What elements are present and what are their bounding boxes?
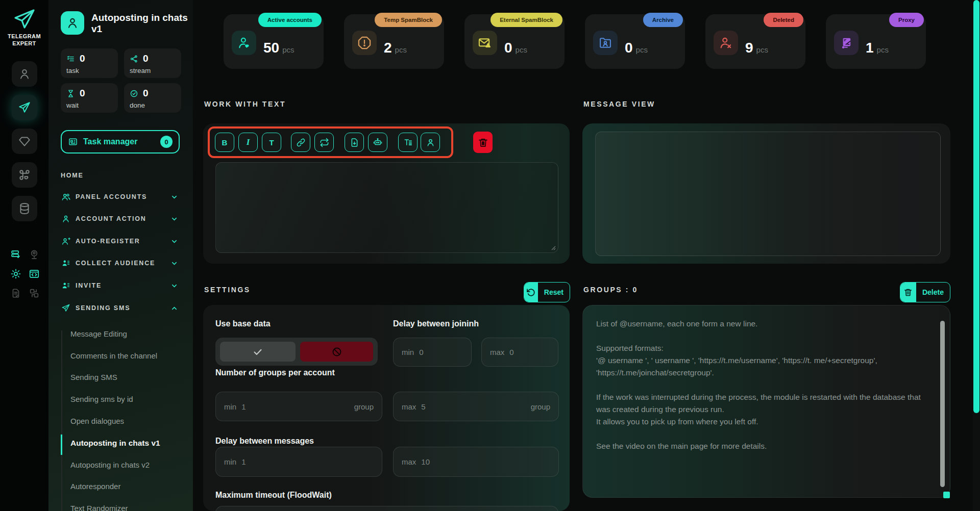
bold-label: B	[222, 138, 228, 147]
document-check-icon[interactable]	[10, 288, 21, 299]
person-tag-button[interactable]	[421, 133, 440, 152]
task-manager-button[interactable]: Task manager 0	[61, 130, 180, 154]
rail-commands-button[interactable]	[12, 162, 37, 188]
file-download-button[interactable]	[345, 133, 364, 152]
repeat-icon	[320, 138, 329, 147]
groups-placeholder: List of @username, each one form a new l…	[596, 318, 923, 452]
italic-label: I	[247, 137, 250, 147]
submenu-autoposting-v1[interactable]: Autoposting in chats v1	[70, 439, 183, 450]
toggle-yes-button[interactable]	[220, 342, 296, 362]
person-icon	[61, 214, 71, 223]
card-value: 0pcs	[625, 48, 648, 50]
bold-button[interactable]: B	[215, 133, 234, 152]
join-max-input[interactable]: max0	[481, 338, 558, 367]
submenu-open-dialogues[interactable]: Open dialogues	[70, 417, 183, 428]
page-scrollbar-track[interactable]	[973, 0, 980, 511]
person-list-icon	[61, 259, 71, 268]
sidebar-item-sending-sms[interactable]: SENDING SMS	[61, 301, 182, 315]
rail-profile-button[interactable]	[12, 61, 37, 87]
task-manager-badge: 0	[160, 136, 173, 148]
sidebar-item-home[interactable]: HOME	[61, 168, 182, 183]
person-heart-icon	[232, 31, 256, 55]
app-screen: TELEGRAMEXPERT	[0, 0, 980, 511]
text-label: T	[269, 138, 274, 147]
card-value: 9pcs	[745, 48, 768, 50]
use-base-data-toggle	[215, 338, 378, 366]
card-deleted[interactable]: Deleted 9pcs	[705, 14, 805, 69]
page-title: Autoposting in chats v1	[91, 12, 188, 35]
delay-joining-label: Delay between joininh	[393, 319, 479, 328]
status-pill[interactable]: Eternal SpamBlock	[491, 13, 562, 27]
sidebar-item-panel-accounts[interactable]: PANEL ACCOUNTS	[61, 190, 182, 204]
gear-icon[interactable]	[10, 268, 21, 279]
module-avatar[interactable]	[61, 11, 84, 35]
alert-octagon-icon	[352, 31, 377, 55]
card-value: 1pcs	[866, 48, 889, 50]
groups-input-area[interactable]: List of @username, each one form a new l…	[582, 305, 950, 498]
rail-premium-button[interactable]	[12, 129, 37, 154]
rail-sender-button[interactable]	[12, 95, 37, 120]
submenu-autoresponder[interactable]: Autoresponder	[70, 482, 183, 493]
messages-min-input[interactable]: min1	[215, 447, 382, 477]
stat-value: 0	[80, 88, 85, 99]
webcam-icon[interactable]	[29, 249, 40, 260]
text-format-button[interactable]	[398, 133, 418, 152]
submenu-text-randomizer[interactable]: Text Randomizer	[70, 504, 183, 511]
code-window-icon[interactable]	[29, 268, 40, 279]
card-archive[interactable]: Archive 0pcs	[585, 14, 685, 69]
status-pill[interactable]: Deleted	[764, 13, 803, 27]
max-timeout-input[interactable]	[215, 506, 558, 511]
card-proxy[interactable]: Proxy 1pcs	[826, 14, 926, 69]
card-eternal-spamblock[interactable]: Eternal SpamBlock 0pcs	[464, 14, 565, 69]
settings-title: SETTINGS	[204, 286, 251, 294]
submenu-message-editing[interactable]: Message Editing	[70, 329, 183, 341]
server-check-icon[interactable]	[10, 249, 21, 260]
page-scrollbar-thumb[interactable]	[973, 0, 979, 413]
delete-groups-button[interactable]: Delete	[900, 282, 950, 302]
status-pill[interactable]: Proxy	[889, 13, 924, 27]
person-icon	[18, 67, 31, 81]
submenu-comments-channel[interactable]: Comments in the channel	[70, 351, 183, 363]
sidebar-item-invite[interactable]: INVITE	[61, 278, 182, 293]
groups-max-input[interactable]: max5 group	[393, 392, 559, 421]
groups-resize-handle[interactable]	[943, 492, 950, 498]
robot-icon	[373, 137, 383, 147]
link-button[interactable]	[291, 133, 310, 152]
trash-icon	[478, 137, 488, 148]
messages-max-input[interactable]: max10	[393, 447, 559, 477]
card-active-accounts[interactable]: Active accounts 50pcs	[224, 14, 324, 69]
card-temp-spamblock[interactable]: Temp SpamBlock 2pcs	[344, 14, 444, 69]
submenu-sending-sms[interactable]: Sending SMS	[70, 373, 183, 384]
reset-button[interactable]: Reset	[524, 282, 570, 302]
status-pill[interactable]: Archive	[643, 13, 683, 27]
swap-icon[interactable]	[29, 288, 40, 299]
status-pill[interactable]: Active accounts	[258, 13, 322, 27]
database-icon	[18, 202, 31, 215]
proxy-server-icon	[834, 31, 859, 55]
clear-text-button[interactable]	[473, 132, 493, 153]
text-button[interactable]: T	[262, 133, 281, 152]
sidebar-item-auto-register[interactable]: AUTO-REGISTER	[61, 234, 182, 248]
task-manager-label: Task manager	[83, 137, 155, 146]
status-pill[interactable]: Temp SpamBlock	[375, 13, 442, 27]
message-text-input[interactable]	[215, 162, 558, 253]
block-icon	[331, 346, 342, 357]
submenu-autoposting-v2[interactable]: Autoposting in chats v2	[70, 461, 183, 472]
toggle-no-button[interactable]	[300, 342, 373, 362]
repeat-button[interactable]	[314, 133, 334, 152]
rail-database-button[interactable]	[12, 196, 37, 221]
robot-button[interactable]	[368, 133, 387, 152]
sidebar-item-collect-audience[interactable]: COLLECT AUDIENCE	[61, 256, 182, 270]
submenu-sending-sms-by-id[interactable]: Sending sms by id	[70, 395, 183, 406]
groups-title: GROUPS : 0	[583, 286, 638, 294]
settings-panel: Use base data Delay between joininh min0…	[203, 305, 570, 511]
sidebar-item-account-action[interactable]: ACCOUNT ACTION	[61, 212, 182, 226]
resize-handle[interactable]	[550, 244, 556, 250]
italic-button[interactable]: I	[238, 133, 258, 152]
submenu-guide	[61, 330, 62, 511]
stat-label: wait	[66, 101, 79, 109]
groups-min-input[interactable]: min1 group	[215, 392, 382, 421]
groups-scrollbar[interactable]	[940, 321, 945, 487]
join-min-input[interactable]: min0	[393, 338, 472, 367]
groups-per-account-label: Number of groups per account	[215, 368, 335, 377]
